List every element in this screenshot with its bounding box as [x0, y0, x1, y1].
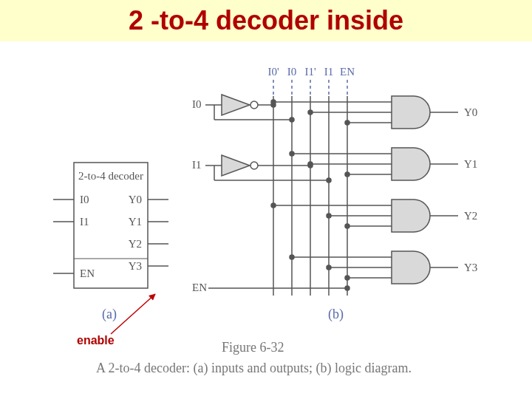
out-y1: Y1	[464, 158, 477, 170]
svg-point-33	[345, 286, 349, 290]
in-i1: I1	[192, 159, 202, 171]
rail-i0: I0	[287, 66, 297, 78]
svg-point-49	[271, 203, 276, 208]
svg-point-25	[290, 117, 294, 122]
svg-point-31	[327, 178, 331, 183]
pin-y1: Y1	[129, 216, 142, 228]
enable-arrow	[111, 294, 155, 334]
logic-diagram: I0' I0 I1' I1 EN I0 I1 EN	[192, 66, 477, 296]
rail-i0p: I0'	[267, 66, 279, 78]
svg-point-51	[327, 214, 331, 218]
pin-y3: Y3	[129, 260, 142, 272]
rail-en: EN	[340, 66, 355, 78]
diagram-svg: 2-to-4 decoder I0 I1 EN Y0 Y1 Y2 Y3	[0, 0, 532, 399]
out-y0: Y0	[464, 106, 477, 118]
svg-point-39	[345, 120, 349, 125]
svg-point-42	[290, 151, 294, 156]
svg-point-37	[308, 110, 313, 115]
svg-point-44	[308, 162, 313, 166]
in-en: EN	[192, 282, 207, 293]
svg-point-56	[290, 255, 294, 259]
rail-i1p: I1'	[304, 66, 316, 78]
svg-point-53	[345, 224, 349, 228]
pin-i0: I0	[80, 194, 89, 205]
pin-en: EN	[80, 267, 95, 279]
block-name-line1: 2-to-4 decoder	[78, 170, 143, 182]
svg-point-35	[271, 100, 276, 104]
out-y3: Y3	[464, 262, 477, 273]
in-i0: I0	[192, 98, 202, 110]
svg-point-46	[345, 172, 349, 177]
pin-y0: Y0	[129, 194, 142, 205]
pin-i1: I1	[80, 216, 89, 228]
out-y2: Y2	[464, 210, 477, 222]
pin-y2: Y2	[129, 238, 142, 250]
svg-point-58	[327, 265, 331, 270]
rail-i1: I1	[324, 66, 334, 78]
svg-point-60	[345, 276, 349, 280]
block-symbol: 2-to-4 decoder I0 I1 EN Y0 Y1 Y2 Y3	[53, 163, 168, 288]
